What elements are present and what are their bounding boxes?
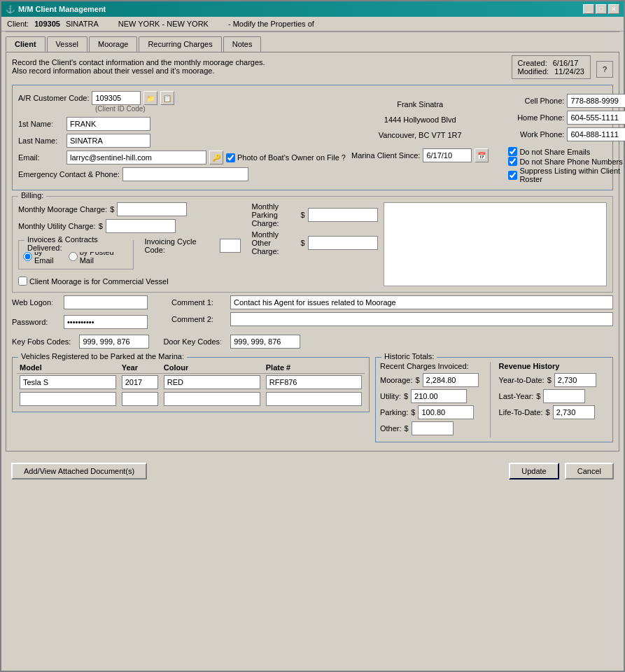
ar-new-button[interactable]: 📋: [160, 91, 174, 105]
hist-utility-input[interactable]: [411, 389, 467, 403]
description-line2: Also record information about their vess…: [12, 66, 265, 75]
lastyear-input[interactable]: [543, 389, 585, 403]
tab-bar: Client Vessel Moorage Recurring Charges …: [6, 36, 619, 52]
hist-parking-input[interactable]: [418, 405, 474, 419]
vehicle2-plate[interactable]: [266, 392, 362, 406]
hist-parking-label: Parking:: [380, 408, 408, 416]
ytd-input[interactable]: [554, 373, 596, 387]
vehicles-col-year: Year: [119, 362, 161, 374]
vehicles-box: Vehicles Registered to be Parked at the …: [12, 357, 370, 412]
privacy-checkboxes: Do not Share Emails Do not Share Phone N…: [508, 147, 625, 183]
vehicle1-colour[interactable]: [164, 375, 260, 389]
firstname-input[interactable]: [66, 117, 150, 131]
lastname-input[interactable]: [66, 134, 150, 148]
web-logon-input[interactable]: [64, 295, 148, 309]
home-phone-input[interactable]: [567, 111, 625, 125]
photo-label: Photo of Boat's Owner on File ?: [237, 153, 346, 162]
close-button[interactable]: ✕: [608, 4, 619, 14]
marina-since-input[interactable]: [423, 148, 472, 162]
vehicles-table: Model Year Colour Plate #: [17, 362, 365, 407]
web-logon-label: Web Logon:: [12, 298, 61, 307]
hist-other-input[interactable]: [412, 421, 454, 435]
client-label: Client:: [7, 20, 29, 28]
monthly-other-input[interactable]: [308, 236, 378, 250]
noshare-phones-row[interactable]: Do not Share Phone Numbers: [508, 157, 625, 166]
description-line1: Record the Client's contact information …: [12, 58, 265, 66]
ytd-label: Year-to-Date:: [499, 376, 545, 384]
door-input[interactable]: [230, 335, 300, 349]
parking-prefix: $: [300, 211, 304, 219]
password-input[interactable]: [64, 315, 148, 329]
vehicle-row-2: [17, 391, 365, 407]
tab-content: Record the Client's contact information …: [6, 52, 619, 451]
email-input[interactable]: [66, 150, 206, 164]
by-email-radio[interactable]: [23, 252, 32, 261]
invoicing-cycle-label: Invoicing Cycle Code:: [145, 237, 217, 254]
modified-value: 11/24/23: [554, 67, 584, 76]
hist-other-label: Other:: [380, 424, 402, 433]
vehicle2-model[interactable]: [20, 392, 116, 406]
created-label: Created:: [518, 59, 547, 67]
ar-code-input[interactable]: [92, 91, 141, 105]
vehicles-col-plate: Plate #: [263, 362, 365, 374]
firstname-label: 1st Name:: [18, 120, 64, 128]
lifetime-label: Life-To-Date:: [499, 408, 543, 416]
email-action-button[interactable]: 🔑: [209, 150, 223, 164]
historic-section-label: Historic Totals:: [381, 352, 437, 360]
vehicle2-colour[interactable]: [164, 392, 260, 406]
marina-since-calendar[interactable]: 📅: [475, 148, 489, 162]
utility-prefix: $: [99, 222, 103, 230]
attach-documents-button[interactable]: Add/View Attached Document(s): [11, 463, 147, 479]
ar-browse-button[interactable]: 📁: [143, 91, 157, 105]
tab-vessel[interactable]: Vessel: [47, 36, 87, 52]
client-location: NEW YORK - NEW YORK: [118, 20, 209, 28]
cancel-button[interactable]: Cancel: [565, 463, 614, 479]
tab-notes[interactable]: Notes: [223, 36, 262, 52]
invoices-delivery-box: Invoices & Contracts Delivered: by Email…: [18, 240, 134, 270]
noshare-emails-checkbox[interactable]: [508, 147, 517, 156]
monthly-utility-input[interactable]: [106, 219, 176, 233]
vehicle1-plate[interactable]: [266, 375, 362, 389]
comment2-input[interactable]: [230, 312, 613, 326]
lifetime-input[interactable]: [553, 405, 595, 419]
comment1-label: Comment 1:: [171, 298, 227, 307]
help-icon[interactable]: ?: [596, 61, 613, 78]
work-phone-input[interactable]: [567, 127, 625, 141]
maximize-button[interactable]: □: [596, 4, 607, 14]
cell-phone-input[interactable]: [567, 94, 625, 108]
monthly-parking-input[interactable]: [308, 208, 378, 222]
invoicing-cycle-input[interactable]: [220, 239, 241, 253]
comment1-input[interactable]: [230, 295, 613, 309]
full-name: Frank Sinatra: [351, 97, 489, 112]
vehicle1-model[interactable]: [20, 375, 116, 389]
commercial-vessel-text: Client Moorage is for Commercial Vessel: [29, 277, 169, 286]
photo-on-file-checkbox[interactable]: [226, 153, 235, 162]
noshare-emails-row[interactable]: Do not Share Emails: [508, 147, 625, 156]
emergency-label: Emergency Contact & Phone:: [18, 170, 120, 178]
hist-moorage-input[interactable]: [423, 373, 479, 387]
minimize-button[interactable]: _: [583, 4, 594, 14]
update-button[interactable]: Update: [509, 463, 559, 479]
monthly-moorage-label: Monthly Moorage Charge:: [18, 205, 107, 214]
vehicle-row-1: [17, 374, 365, 391]
monthly-utility-label: Monthly Utility Charge:: [18, 222, 96, 230]
monthly-moorage-input[interactable]: [117, 202, 187, 216]
client-subtitle: - Modify the Properties of: [228, 20, 314, 28]
commercial-vessel-label[interactable]: Client Moorage is for Commercial Vessel: [18, 276, 241, 286]
suppress-listing-checkbox[interactable]: [508, 171, 517, 180]
monthly-other-label: Monthly Other Charge:: [252, 230, 298, 255]
password-label: Password:: [12, 318, 61, 326]
fob-input[interactable]: [79, 335, 149, 349]
emergency-input[interactable]: [122, 167, 248, 181]
vehicle1-year[interactable]: [122, 375, 158, 389]
commercial-vessel-checkbox[interactable]: [18, 276, 27, 286]
by-mail-radio[interactable]: [69, 252, 78, 261]
tab-moorage[interactable]: Moorage: [89, 36, 137, 52]
vehicle2-year[interactable]: [122, 392, 158, 406]
tab-client[interactable]: Client: [6, 36, 45, 52]
suppress-listing-row[interactable]: Suppress Listing within Client Roster: [508, 167, 625, 183]
lastyear-prefix: $: [536, 392, 540, 400]
comment2-label: Comment 2:: [171, 315, 227, 323]
tab-recurring-charges[interactable]: Recurring Charges: [139, 36, 221, 52]
noshare-phones-checkbox[interactable]: [508, 157, 517, 166]
